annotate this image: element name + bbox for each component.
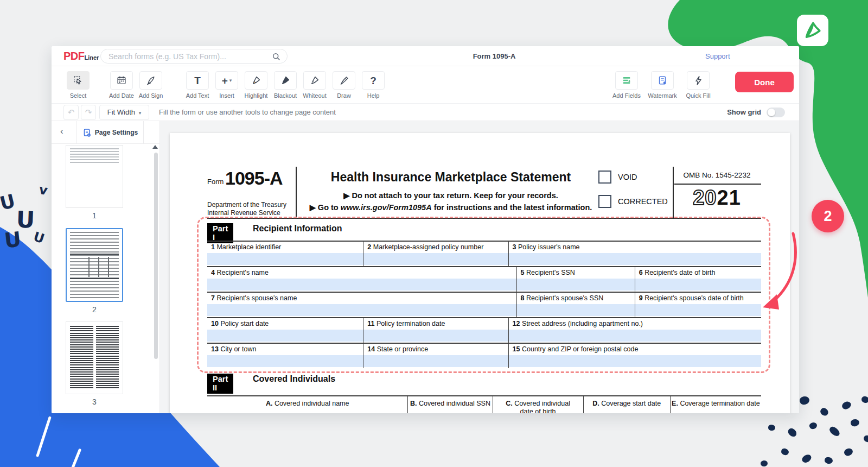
search-icon[interactable] [272,52,280,61]
zoom-mode-dropdown[interactable]: Fit Width ▾ [99,105,149,120]
tool-watermark[interactable]: Watermark [648,71,677,99]
tool-help[interactable]: ? Help [359,71,388,99]
tool-insert[interactable]: +▾ Insert [212,71,241,99]
pdf-page: Form 1095-A Health Insurance Marketplace… [170,133,790,413]
highlight-brush-icon [251,75,261,86]
pdfliner-logo[interactable]: PDFLiner [63,50,99,62]
chevron-down-icon: ▾ [229,78,232,83]
page-thumbnail-2-selected[interactable] [66,228,123,302]
scroll-up-arrow[interactable] [152,145,158,149]
done-button[interactable]: Done [735,72,794,92]
calendar-icon [116,75,127,86]
page-settings-icon [82,128,92,137]
sub-toolbar: ↶ ↷ Fit Width ▾ Fill the form or use ano… [52,103,799,121]
tool-highlight[interactable]: Highlight [241,71,271,99]
dept-line-1: Department of the Treasury [207,201,286,209]
tool-add-text[interactable]: T Add Text [183,71,212,99]
dot-decoration [787,427,798,438]
dot-decoration [863,434,868,443]
tool-add-fields[interactable]: Add Fields [612,71,641,99]
form-word: Form [207,178,224,186]
search-input[interactable] [108,49,269,63]
sidebar-scrollbar[interactable] [154,153,158,359]
input-field-12[interactable] [509,330,761,342]
collapse-sidebar-button[interactable]: ‹ [60,126,63,137]
table-row: 1 Marketplace identifier 2 Marketplace-a… [207,241,761,266]
paint-mark-decoration: U [3,228,22,253]
input-field-4[interactable] [207,279,516,291]
pages-sidebar: ‹ Page Settings 1 [52,121,160,413]
corrected-label: CORRECTED [618,197,668,206]
select-cursor-icon [73,75,84,86]
tool-add-date[interactable]: Add Date [107,71,136,99]
void-label: VOID [618,173,637,181]
blackout-brush-icon [280,75,291,86]
void-checkbox[interactable] [598,171,611,184]
input-field-7[interactable] [207,304,516,316]
logo-liner-text: Liner [85,54,99,61]
acrobat-logo-icon [797,15,828,46]
question-icon: ? [370,75,376,86]
form-title: Health Insurance Marketplace Statement [300,170,602,185]
input-field-8[interactable] [517,304,635,316]
table-row: 10 Policy start date 11 Policy terminati… [207,317,761,343]
part1-title: Recipient Information [253,224,342,234]
tool-add-sign[interactable]: Add Sign [136,71,165,99]
input-field-5[interactable] [517,279,635,291]
input-field-10[interactable] [207,330,363,342]
add-fields-icon [621,75,632,86]
app-header: PDFLiner Form 1095-A Support [52,46,799,66]
plus-icon: + [222,75,228,86]
input-field-15[interactable] [509,355,761,367]
dot-decoration [843,447,854,457]
tool-select[interactable]: Select [63,71,93,99]
input-field-6[interactable] [635,279,761,291]
tool-blackout[interactable]: Blackout [271,71,300,99]
tool-quick-fill[interactable]: Quick Fill [684,71,713,99]
input-field-1[interactable] [207,253,363,265]
page-number-1: 1 [66,211,123,220]
show-grid-toggle[interactable] [767,108,785,117]
search-bar[interactable] [100,49,288,64]
tool-whiteout[interactable]: Whiteout [300,71,329,99]
input-field-13[interactable] [207,355,363,367]
show-grid-label: Show grid [727,108,761,116]
watermark-icon [657,75,668,86]
dot-decoration [760,460,768,467]
undo-button[interactable]: ↶ [63,105,79,120]
app-window: PDFLiner Form 1095-A Support Select [52,46,799,413]
toolbar: Select Add Date Add Sign [52,66,799,103]
input-field-14[interactable] [363,355,508,367]
part2-table: A. Covered individual name B. Covered in… [207,395,761,413]
document-title: Form 1095-A [473,52,516,60]
redo-button[interactable]: ↷ [81,105,96,120]
part1-table: 1 Marketplace identifier 2 Marketplace-a… [207,241,761,368]
part2-title: Covered Individuals [253,374,335,384]
page-settings-tab[interactable]: Page Settings [76,121,144,144]
form-note-1: ▶ Do not attach to your tax return. Keep… [300,191,602,200]
page-number-3: 3 [66,397,123,406]
draw-pen-icon [339,75,349,86]
dot-decoration [781,447,790,456]
page-thumbnail-1[interactable] [66,145,123,208]
support-link[interactable]: Support [705,52,730,60]
input-field-11[interactable] [363,330,508,342]
input-field-3[interactable] [509,253,761,265]
input-field-2[interactable] [363,253,508,265]
table-row: 4 Recipient's name 5 Recipient's SSN 6 R… [207,266,761,292]
page-thumbnail-3[interactable] [66,321,123,394]
corrected-checkbox[interactable] [598,195,611,208]
dept-line-2: Internal Revenue Service [207,209,280,217]
editor-content: ‹ Page Settings 1 [52,121,799,413]
tool-draw[interactable]: Draw [329,71,359,99]
hint-text: Fill the form or use another tools to ch… [159,104,336,121]
step-badge: 2 [812,200,844,232]
whiteout-brush-icon [309,75,320,86]
signature-pen-icon [145,75,156,86]
dot-decoration [828,425,841,438]
dot-decoration [801,453,813,464]
table-row: 13 City or town 14 State or province 15 … [207,343,761,368]
omb-number: OMB No. 1545-2232 [673,171,761,179]
input-field-9[interactable] [635,304,761,316]
part2-box: Part II [207,374,233,394]
